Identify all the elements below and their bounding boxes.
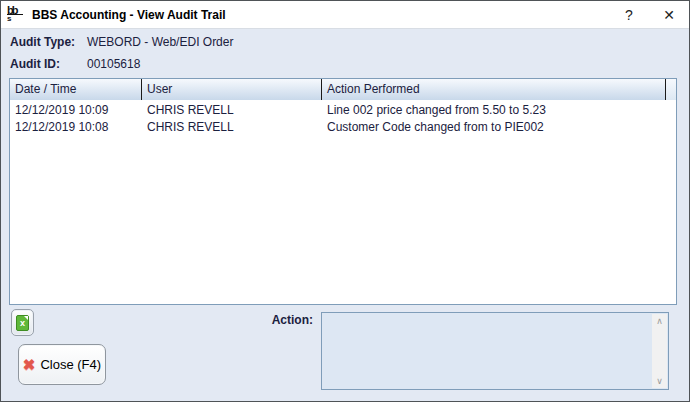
cell-user: CHRIS REVELL: [142, 119, 322, 136]
audit-id-value: 00105618: [87, 57, 140, 71]
cell-user: CHRIS REVELL: [142, 102, 322, 119]
column-header-user[interactable]: User: [142, 79, 322, 100]
table-row[interactable]: 12/12/2019 10:09 CHRIS REVELL Line 002 p…: [10, 102, 676, 119]
audit-type-label: Audit Type:: [10, 35, 75, 49]
close-button-label: Close (F4): [40, 357, 101, 372]
window-close-button[interactable]: ✕: [649, 1, 689, 28]
excel-icon: x: [16, 315, 29, 331]
table-row[interactable]: 12/12/2019 10:08 CHRIS REVELL Customer C…: [10, 119, 676, 136]
audit-type-value: WEBORD - Web/EDI Order: [87, 35, 233, 49]
export-excel-button[interactable]: x: [11, 309, 34, 336]
titlebar: bb s BBS Accounting - View Audit Trail ?…: [1, 1, 689, 29]
close-x-icon: ✖: [23, 356, 36, 374]
window-title: BBS Accounting - View Audit Trail: [32, 8, 226, 22]
column-header-action-performed[interactable]: Action Performed: [322, 79, 666, 100]
scroll-up-icon[interactable]: ∧: [656, 314, 663, 328]
help-button[interactable]: ?: [609, 1, 649, 28]
audit-table-header: Date / Time User Action Performed: [10, 79, 676, 100]
action-scrollbar[interactable]: ∧ ∨: [652, 314, 667, 388]
close-button[interactable]: ✖ Close (F4): [18, 344, 106, 385]
scroll-down-icon[interactable]: ∨: [656, 374, 663, 388]
audit-trail-dialog: bb s BBS Accounting - View Audit Trail ?…: [0, 0, 690, 402]
action-label: Action:: [229, 313, 313, 327]
cell-datetime: 12/12/2019 10:09: [10, 102, 142, 119]
audit-table-body: 12/12/2019 10:09 CHRIS REVELL Line 002 p…: [10, 100, 676, 136]
audit-id-label: Audit ID:: [10, 57, 60, 71]
app-icon: bb s: [7, 5, 27, 25]
column-header-filler: [666, 79, 676, 100]
action-text: [324, 315, 650, 387]
audit-table[interactable]: Date / Time User Action Performed 12/12/…: [9, 78, 677, 305]
cell-datetime: 12/12/2019 10:08: [10, 119, 142, 136]
cell-action: Customer Code changed from to PIE002: [322, 119, 676, 136]
cell-action: Line 002 price changed from 5.50 to 5.23: [322, 102, 676, 119]
column-header-date-time[interactable]: Date / Time: [10, 79, 142, 100]
action-textbox[interactable]: ∧ ∨: [321, 312, 669, 390]
